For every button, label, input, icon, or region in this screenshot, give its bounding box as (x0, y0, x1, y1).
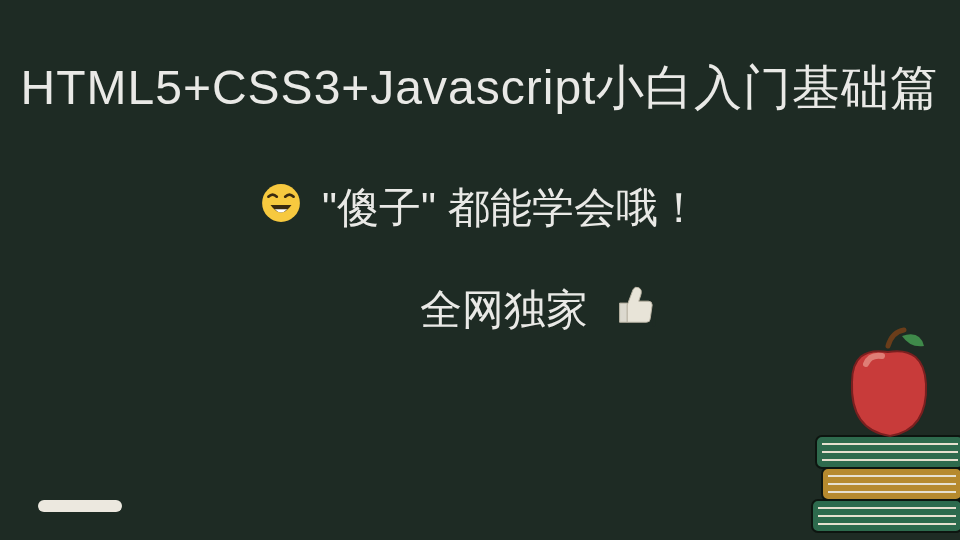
laughing-face-icon (260, 182, 302, 234)
subtitle-row: "傻子" 都能学会哦！ (0, 180, 960, 236)
thumbs-up-icon (610, 282, 656, 338)
svg-rect-1 (652, 313, 655, 326)
chalkboard-slide: HTML5+CSS3+Javascript小白入门基础篇 "傻子" 都能学会哦！… (0, 0, 960, 540)
apple-on-books-icon (792, 312, 960, 540)
tagline-text: 全网独家 (420, 286, 588, 333)
subtitle-text: "傻子" 都能学会哦！ (322, 184, 700, 231)
main-title: HTML5+CSS3+Javascript小白入门基础篇 (0, 56, 960, 120)
svg-point-0 (263, 184, 301, 222)
tagline-row: 全网独家 (420, 282, 656, 338)
chalk-mark (38, 500, 122, 512)
